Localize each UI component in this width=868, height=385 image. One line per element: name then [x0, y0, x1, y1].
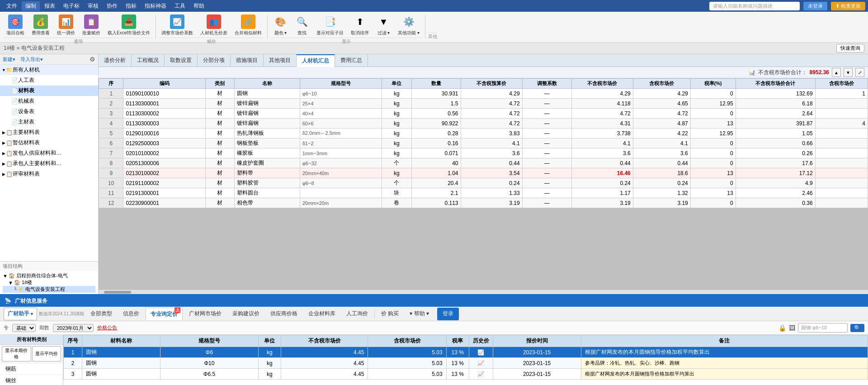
hscroll[interactable] — [99, 290, 868, 294]
btn-other-func[interactable]: ⚙️ 其他功能 ▾ — [395, 13, 422, 38]
btn-labor-nodiff[interactable]: 👥 人材机无价差 — [198, 13, 230, 38]
table-row[interactable]: 802051300006材橡皮护套圈φ6~32个400.44—0.440.440… — [99, 158, 868, 168]
btab-market-price[interactable]: 广材网市场价 — [184, 308, 226, 320]
price-announce[interactable]: 价格公告 — [97, 324, 117, 331]
btab-enterprise-mat[interactable]: 企业材料库 — [304, 308, 340, 320]
main-area: 新建▾ · 导入导出▾ ⚙ ▼ 📁 所有人材机 📄 人工表 📄 材料表 📄 — [0, 54, 868, 294]
table-row[interactable]: 1002191100002材塑料胶管φ6~8个20.40.24—0.240.24… — [99, 178, 868, 188]
btab-supplier-price[interactable]: 供应商价格 — [266, 308, 302, 320]
cat-steel-wire[interactable]: 钢丝 — [0, 375, 63, 385]
login-btn[interactable]: 未登录 — [803, 2, 827, 10]
tab-sections[interactable]: 分部分项 — [198, 54, 231, 67]
btn-project-check[interactable]: 🎯 项目自检 — [4, 13, 27, 38]
period-select[interactable]: 2023年01月 — [53, 324, 94, 332]
tree-item-key-mat[interactable]: ▶ 📋 主要材料表 — [0, 127, 98, 138]
btn-search[interactable]: 🔍 查找 — [292, 13, 312, 38]
cat-steel-bar[interactable]: 钢筋 — [0, 363, 63, 375]
btab-all-types[interactable]: 全部类型 — [86, 308, 117, 320]
col-market-tax: 含税市场价 — [633, 79, 690, 89]
btn-import-export[interactable]: 导入导出▾ — [20, 56, 43, 63]
update-btn[interactable]: ⬆ 检查更新 — [831, 2, 865, 10]
tree-item-review-mat[interactable]: ▶ 📋 评审材料表 — [0, 169, 98, 179]
btn-new[interactable]: 新建▾ — [3, 56, 15, 63]
mat-table-row[interactable]: 3圆钢Φ6.5kg4.455.0313 %📈2023-01-15根据广材网发布的… — [64, 369, 868, 380]
tree-item-machine[interactable]: 📄 机械表 — [0, 96, 98, 106]
btn-merge-material[interactable]: 🔗 合并相似材料 — [232, 13, 264, 38]
table-row[interactable]: 702010100002材橡胶板1mm~3mmkg0.0713.6—3.63.6… — [99, 148, 868, 158]
bottom-panel: 📡 广材信息服务 广材助手 ▾ 数据库2024.11.30调期 全部类型 信息价… — [0, 294, 868, 385]
btn-assistant[interactable]: 广材助手 ▾ — [4, 308, 37, 320]
menu-edit[interactable]: 编制 — [22, 1, 40, 11]
table-row[interactable]: 201130300001材镀锌扁钢25×4kg1.54.72—4.1184.65… — [99, 99, 868, 109]
btn-cancel-sort[interactable]: ⬆ 取消排序 — [348, 13, 372, 38]
breadcrumb-path: 1#楼 » 电气设备安装工程 — [4, 44, 65, 52]
btab-purchase-price[interactable]: 采购建议价 — [228, 308, 264, 320]
mcol-time: 报价时间 — [493, 335, 581, 347]
menu-index[interactable]: 指标 — [122, 1, 140, 11]
table-row[interactable]: 101090100010材圆钢φ6~10kg30.9314.29—4.294.2… — [99, 89, 868, 99]
btn-load-excel[interactable]: 📥 载入Excel市场价文件 — [105, 13, 153, 38]
btab-login[interactable]: 登录 — [437, 308, 459, 320]
tab-others[interactable]: 其他项目 — [264, 54, 297, 67]
tab-labor-material[interactable]: 人材机汇总 — [297, 54, 335, 67]
btab-separator — [374, 309, 375, 318]
tree-item-all[interactable]: ▼ 📁 所有人材机 — [0, 65, 98, 75]
menu-file[interactable]: 文件 — [3, 1, 21, 11]
tree-item-labor[interactable]: 📄 人工表 — [0, 75, 98, 86]
tree-item-material[interactable]: 📄 材料表 — [0, 86, 98, 96]
nav-up-btn[interactable]: ▲ — [832, 68, 841, 77]
menu-electronic[interactable]: 电子标 — [60, 1, 83, 11]
btn-quick-search[interactable]: 快速查询 — [836, 44, 864, 52]
btn-unified-price[interactable]: 📊 统一调价 — [54, 13, 78, 38]
table-row[interactable]: 601292500003材钢板垫板δ1~2kg0.164.1—4.14.100.… — [99, 138, 868, 148]
table-row[interactable]: 401130300003材镀锌扁钢60×6kg90.9224.72—4.314.… — [99, 119, 868, 128]
nav-down-btn[interactable]: ▼ — [844, 68, 853, 77]
btn-filter[interactable]: ▼ 过滤 ▾ — [373, 13, 393, 38]
tab-overview[interactable]: 工程概况 — [132, 54, 165, 67]
tree-item-owner-supply[interactable]: ▶ 📋 发包人供应材料和… — [0, 148, 98, 158]
btn-show-item[interactable]: 📑 显示对应子目 — [314, 13, 346, 38]
tree-item-contractor-mat[interactable]: ▶ 📋 承包人主要材料和… — [0, 158, 98, 169]
proj-item-3[interactable]: └⚡ 电气设备安装工程 — [3, 286, 95, 293]
btn-adjust-coeff[interactable]: 📈 调整市场价系数 — [159, 13, 196, 38]
search-input-bottom[interactable]: 圆钢 φ6~10 — [798, 323, 848, 333]
menu-help[interactable]: 帮助 — [190, 1, 208, 11]
tab-price-analysis[interactable]: 遗价分析 — [99, 54, 132, 67]
table-row[interactable]: 1202230900001材相色带20mm×20m卷0.1133.19—3.19… — [99, 198, 868, 208]
menu-collab[interactable]: 协作 — [103, 1, 121, 11]
btab-help[interactable]: ▾ 帮助 ▾ — [405, 308, 434, 320]
btn-fee-view[interactable]: 💰 费用查看 — [29, 13, 52, 38]
mat-table-row[interactable]: 2圆钢Φ10kg4.455.0313 %📈2023-01-15参考品牌：冷轧、热… — [64, 358, 868, 369]
btab-labor-inquiry[interactable]: 人工询价 — [342, 308, 373, 320]
tab-data-settings[interactable]: 取数设置 — [165, 54, 198, 67]
btn-color[interactable]: 🎨 颜色 ▾ — [270, 13, 290, 38]
table-row[interactable]: 301130300002材镀锌扁钢40×4kg0.564.72—4.724.72… — [99, 109, 868, 119]
table-row[interactable]: 1102191300001材塑料圆台块2.11.33—1.171.32132.4… — [99, 188, 868, 198]
btn-settings[interactable]: ⚙ — [90, 56, 95, 63]
proj-item-2[interactable]: ▼🏠 1#楼 — [3, 279, 95, 286]
specialty-select[interactable]: 基础 — [12, 324, 36, 332]
tab-fee-summary[interactable]: 费用汇总 — [335, 54, 368, 67]
btn-batch-price[interactable]: 📋 批量赋价 — [80, 13, 103, 38]
btn-show-avg[interactable]: 显示平均价 — [32, 346, 61, 361]
proj-tree: ▼🏠 启程担商住综合体-电气 ▼🏠 1#楼 └⚡ 电气设备安装工程 — [0, 271, 98, 294]
tree-item-est-mat[interactable]: ▶ 📋 暂估材料表 — [0, 138, 98, 148]
tree-item-main-mat[interactable]: 📄 主材表 — [0, 117, 98, 127]
menu-index-wizard[interactable]: 指标神器 — [141, 1, 170, 11]
mat-table-row[interactable]: 1圆钢Φ6kg4.455.0313 %📈2023-01-15根据广材网发布的本月… — [64, 347, 868, 358]
btn-show-period[interactable]: 显示本期价格 — [2, 346, 31, 361]
search-box[interactable]: 请输入功能名称或问题描述 — [709, 2, 800, 10]
expand-btn[interactable]: ⤢ — [855, 68, 864, 77]
table-row[interactable]: 902130100002材塑料带20mm×40mkg1.043.54—16.46… — [99, 168, 868, 178]
tab-measures[interactable]: 措施项目 — [231, 54, 264, 67]
table-row[interactable]: 501290100016材热轧薄钢板δ2.0mm～2.5mmkg0.283.83… — [99, 128, 868, 138]
menu-report[interactable]: 报表 — [41, 1, 59, 11]
menu-audit[interactable]: 审核 — [84, 1, 102, 11]
btab-pro-inquiry[interactable]: 专业询定价 上 — [146, 308, 183, 320]
btab-info-price[interactable]: 信息价 — [118, 308, 144, 320]
tree-item-equipment[interactable]: 📄 设备表 — [0, 106, 98, 117]
menu-tools[interactable]: 工具 — [171, 1, 189, 11]
search-btn-bottom[interactable]: 🔍 — [850, 324, 864, 332]
btab-purchase[interactable]: 价 购买 — [377, 308, 403, 320]
proj-item-1[interactable]: ▼🏠 启程担商住综合体-电气 — [3, 272, 95, 279]
